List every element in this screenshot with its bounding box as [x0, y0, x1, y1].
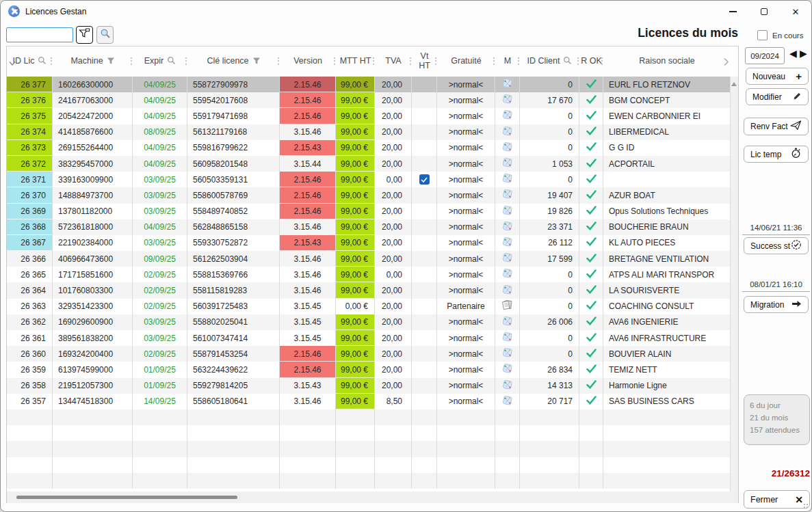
nouveau-button[interactable]: Nouveau +: [746, 68, 809, 85]
column-header-mtt[interactable]: MTT HT: [336, 46, 375, 77]
cell-rok: [579, 124, 603, 140]
cell-client: 26 112: [520, 235, 579, 251]
table-row[interactable]: 26 37326915526440004/09/255598167996222.…: [7, 140, 731, 156]
table-row[interactable]: 26 35713447451830014/09/255586051806413.…: [7, 394, 731, 409]
cell-expir: 08/09/25: [133, 124, 187, 140]
cell-m: [495, 251, 520, 267]
search-input[interactable]: [6, 27, 73, 42]
cell-raison: BOUVIER ALAIN: [603, 346, 731, 362]
column-header-raison[interactable]: Raison sociale: [603, 46, 731, 77]
table-row[interactable]: 26 36640696647360009/09/255612625039043.…: [7, 251, 731, 267]
cell-cle: 561262503904: [187, 251, 280, 267]
table-row[interactable]: 26 37441418587660008/09/255613211791683.…: [7, 124, 731, 140]
table-row[interactable]: 26 37014888497370003/09/255586005787692.…: [7, 187, 731, 203]
column-header-gratuite[interactable]: Gratuité: [437, 46, 495, 77]
cell-id: [7, 425, 53, 441]
column-header-version[interactable]: Version: [280, 46, 336, 77]
table-row[interactable]: 26 36138956183820003/09/255610073474143.…: [7, 330, 731, 346]
cell-machine: 134474518300: [53, 394, 133, 409]
cell-gratuite: [437, 473, 495, 489]
resize-grip[interactable]: [803, 503, 809, 509]
table-row[interactable]: 26 36216902960090003/09/255588020250413.…: [7, 314, 731, 330]
cell-id: 26 377: [7, 77, 53, 92]
next-month-button[interactable]: ▶: [800, 48, 807, 59]
success-st-button[interactable]: Success st: [744, 237, 809, 254]
vertical-scrollbar[interactable]: [730, 77, 738, 492]
cell-version: [280, 457, 336, 473]
column-header-cle[interactable]: Clé licence: [187, 46, 280, 77]
horizontal-scrollbar[interactable]: [7, 491, 738, 503]
column-header-client[interactable]: ID Client: [520, 46, 579, 77]
cell-version: 2.15.46: [280, 362, 336, 377]
cell-expir: [133, 473, 187, 489]
column-label: TVA: [385, 57, 401, 66]
cell-client: 26 834: [520, 362, 579, 377]
filter-icon: [107, 57, 115, 67]
column-label: ID Client: [527, 57, 560, 66]
prev-month-button[interactable]: ◀: [789, 48, 797, 59]
table-row[interactable]: 26 36913780118200003/09/255584897408522.…: [7, 204, 731, 219]
table-row[interactable]: 26 35961397459900001/09/255632244396222.…: [7, 362, 731, 377]
month-input[interactable]: 09/2024: [745, 47, 785, 64]
cell-rok: [579, 394, 603, 409]
table-row[interactable]: 26 37520542247200004/09/255591794716982.…: [7, 108, 731, 124]
modifier-button[interactable]: Modifier: [746, 88, 809, 105]
cell-machine: 383295457000: [53, 156, 133, 172]
network-icon: [501, 267, 514, 282]
cell-id: 26 360: [7, 346, 53, 362]
minimize-button[interactable]: [717, 1, 748, 23]
table-row[interactable]: 26 37624167706300004/09/255595420176082.…: [7, 92, 731, 108]
column-grip-icon: [518, 57, 520, 65]
cell-cle: 558115819283: [187, 282, 280, 298]
vt-ht-checkbox[interactable]: [419, 174, 430, 185]
cell-raison: BGM CONCEPT: [603, 92, 731, 108]
table-row[interactable]: 26 37716026630000004/09/255587279099782.…: [7, 77, 731, 92]
column-header-machine[interactable]: Machine: [53, 46, 133, 77]
table-row[interactable]: 26 36517171585160002/09/255588153697663.…: [7, 267, 731, 282]
en-cours-checkbox[interactable]: En cours: [757, 30, 803, 40]
maximize-button[interactable]: [748, 1, 780, 23]
column-header-m[interactable]: M: [495, 46, 520, 77]
cell-tva: 20,00: [375, 219, 412, 235]
filter-button[interactable]: [76, 26, 93, 44]
title-bar: Licences Gestan ✕: [1, 1, 811, 23]
cell-m: [495, 172, 520, 187]
table-row[interactable]: 26 37238329545700004/09/255609582015483.…: [7, 156, 731, 172]
cell-raison: [603, 409, 731, 425]
table-row[interactable]: 26 35821951205730001/09/255592798142053.…: [7, 378, 731, 394]
cell-client: 0: [520, 267, 579, 282]
search-button[interactable]: [96, 26, 114, 44]
check-icon: [586, 159, 597, 170]
lic-temp-button[interactable]: Lic temp: [744, 146, 809, 163]
badge-check-icon: [791, 239, 802, 252]
horizontal-scroll-thumb[interactable]: [16, 496, 237, 499]
cell-cle: [187, 425, 280, 441]
paper-plane-icon: [790, 120, 802, 133]
column-header-tva[interactable]: TVA: [375, 46, 412, 77]
check-icon: [586, 190, 597, 201]
table-row[interactable]: 26 36410176080330002/09/255581158192833.…: [7, 282, 731, 298]
close-button[interactable]: ✕: [780, 1, 811, 23]
cell-id: 26 370: [7, 187, 53, 203]
table-row[interactable]: 26 36857236181800004/09/255628488651583.…: [7, 219, 731, 235]
column-header-rok[interactable]: R OK: [579, 46, 603, 77]
table-row[interactable]: 26 37133916300990003/09/255605033591312.…: [7, 172, 731, 187]
check-icon: [586, 174, 597, 185]
cell-client: 0: [520, 108, 579, 124]
cell-client: 0: [520, 124, 579, 140]
check-icon: [586, 95, 597, 106]
cell-version: 3.15.46: [280, 394, 336, 409]
table-row[interactable]: 26 36016932420040002/09/255587914532542.…: [7, 346, 731, 362]
renv-fact-button[interactable]: Renv Fact: [744, 118, 809, 135]
column-header-expir[interactable]: Expir: [133, 46, 187, 77]
cell-raison: [603, 172, 731, 187]
fermer-button[interactable]: Fermer ✕: [744, 490, 810, 509]
cell-tva: 20,00: [375, 108, 412, 124]
table-row[interactable]: 26 36722190238400003/09/255593307528722.…: [7, 235, 731, 251]
cell-machine: 205422472000: [53, 108, 133, 124]
table-row[interactable]: 26 36332935142330002/09/255603917254833.…: [7, 299, 731, 314]
column-header-vt[interactable]: VtHT: [412, 46, 437, 77]
cell-gratuite: [437, 457, 495, 473]
column-header-id[interactable]: ID Lic: [7, 46, 53, 77]
migration-button[interactable]: Migration: [744, 296, 809, 313]
